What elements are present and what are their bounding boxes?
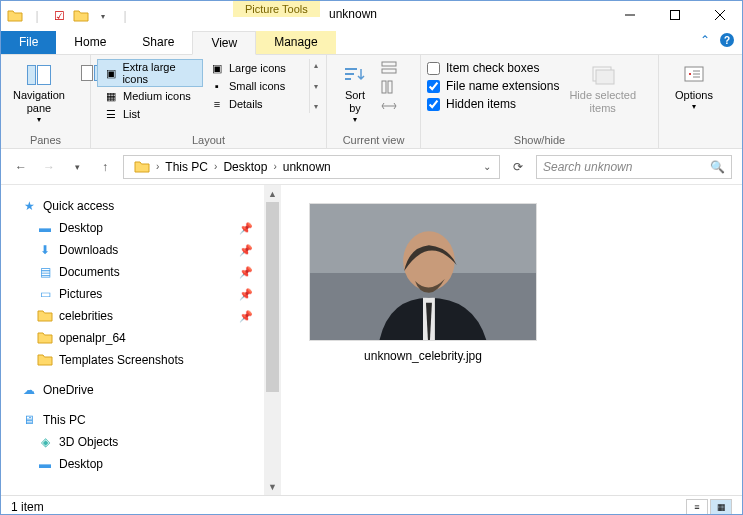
folder-icon — [37, 308, 53, 324]
pin-icon: 📌 — [239, 222, 253, 235]
folder-icon — [128, 159, 156, 175]
chevron-down-icon: ▾ — [353, 115, 357, 125]
up-button[interactable]: ↑ — [95, 157, 115, 177]
address-bar: ← → ▾ ↑ › This PC › Desktop › unknown ⌄ … — [1, 149, 742, 185]
checkbox[interactable] — [427, 80, 440, 93]
layout-details[interactable]: ≡Details — [203, 95, 309, 113]
tree-templates[interactable]: Templates Screenshots — [1, 349, 281, 371]
tree-onedrive[interactable]: ☁OneDrive — [1, 379, 281, 401]
maximize-button[interactable] — [652, 1, 697, 29]
checkbox[interactable] — [427, 98, 440, 111]
qa-newfolder-icon[interactable] — [73, 8, 89, 24]
layout-large[interactable]: ▣Large icons — [203, 59, 309, 77]
scroll-thumb[interactable] — [266, 202, 279, 392]
layout-medium[interactable]: ▦Medium icons — [97, 87, 203, 105]
file-name-extensions[interactable]: File name extensions — [427, 77, 559, 95]
chevron-down-icon: ▾ — [692, 102, 696, 112]
layout-small[interactable]: ▪Small icons — [203, 77, 309, 95]
pin-icon: 📌 — [239, 266, 253, 279]
scroll-up-icon[interactable]: ▲ — [264, 185, 281, 202]
medium-icons-icon: ▦ — [103, 88, 119, 104]
svg-rect-11 — [382, 62, 396, 66]
refresh-button[interactable]: ⟳ — [508, 157, 528, 177]
breadcrumb-box[interactable]: › This PC › Desktop › unknown ⌄ — [123, 155, 500, 179]
tab-file[interactable]: File — [1, 31, 56, 54]
forward-button: → — [39, 157, 59, 177]
ribbon-group-current-view: Current view — [333, 132, 414, 148]
navigation-pane-button[interactable]: Navigation pane ▾ — [7, 59, 71, 127]
sort-icon — [339, 61, 371, 89]
3d-icon: ◈ — [37, 434, 53, 450]
sidebar-scrollbar[interactable]: ▲ ▼ — [264, 185, 281, 495]
address-dropdown-icon[interactable]: ⌄ — [479, 161, 495, 172]
tree-celebrities[interactable]: celebrities📌 — [1, 305, 281, 327]
add-columns-icon[interactable] — [381, 80, 397, 97]
crumb-this-pc[interactable]: This PC — [159, 160, 214, 174]
star-icon: ★ — [21, 198, 37, 214]
ribbon: Navigation pane ▾ Panes ▣Extra large ico… — [1, 55, 742, 149]
status-bar: 1 item ≡ ▦ — [1, 495, 742, 515]
tree-quick-access[interactable]: ★Quick access — [1, 195, 281, 217]
scroll-down-icon[interactable]: ▼ — [264, 478, 281, 495]
svg-rect-5 — [37, 66, 50, 85]
tree-downloads[interactable]: ⬇Downloads📌 — [1, 239, 281, 261]
tree-documents[interactable]: ▤Documents📌 — [1, 261, 281, 283]
ribbon-group-layout: Layout — [97, 132, 320, 148]
details-icon: ≡ — [209, 96, 225, 112]
sort-by-button[interactable]: Sort by ▾ — [333, 59, 377, 127]
ribbon-tabs: File Home Share View Manage ⌃ ? — [1, 31, 742, 55]
layout-more-icon[interactable]: ▾ — [314, 102, 318, 111]
navigation-pane-icon — [23, 61, 55, 89]
svg-rect-13 — [382, 81, 386, 93]
layout-scroll-up-icon[interactable]: ▴ — [314, 61, 318, 70]
pin-icon: 📌 — [239, 288, 253, 301]
collapse-ribbon-icon[interactable]: ⌃ — [700, 33, 710, 47]
file-thumbnail — [309, 203, 537, 341]
layout-list[interactable]: ☰List — [97, 105, 203, 123]
tree-pictures[interactable]: ▭Pictures📌 — [1, 283, 281, 305]
tree-desktop2[interactable]: ▬Desktop — [1, 453, 281, 475]
layout-extra-large[interactable]: ▣Extra large icons — [97, 59, 203, 87]
pictures-icon: ▭ — [37, 286, 53, 302]
list-icon: ☰ — [103, 106, 119, 122]
search-icon[interactable]: 🔍 — [710, 160, 725, 174]
close-button[interactable] — [697, 1, 742, 29]
options-button[interactable]: Options ▾ — [669, 59, 719, 114]
hide-icon — [587, 61, 619, 89]
file-list[interactable]: unknown_celebrity.jpg — [281, 185, 742, 495]
tree-openalpr[interactable]: openalpr_64 — [1, 327, 281, 349]
size-columns-icon[interactable] — [381, 99, 397, 116]
folder-icon — [37, 330, 53, 346]
crumb-unknown[interactable]: unknown — [277, 160, 337, 174]
title-bar: | ☑ ▾ | Picture Tools unknown — [1, 1, 742, 31]
qa-properties-icon[interactable]: ☑ — [51, 8, 67, 24]
tab-view[interactable]: View — [192, 31, 256, 55]
qa-sep2: | — [117, 8, 133, 24]
help-icon[interactable]: ? — [720, 33, 734, 47]
tree-this-pc[interactable]: 🖥This PC — [1, 409, 281, 431]
tab-home[interactable]: Home — [56, 31, 124, 54]
tab-manage[interactable]: Manage — [256, 31, 335, 54]
checkbox[interactable] — [427, 62, 440, 75]
tab-share[interactable]: Share — [124, 31, 192, 54]
crumb-desktop[interactable]: Desktop — [217, 160, 273, 174]
qa-dropdown-icon[interactable]: ▾ — [95, 8, 111, 24]
pin-icon: 📌 — [239, 310, 253, 323]
svg-point-19 — [689, 73, 691, 75]
group-by-icon[interactable] — [381, 61, 397, 78]
details-view-toggle[interactable]: ≡ — [686, 499, 708, 515]
tree-3d-objects[interactable]: ◈3D Objects — [1, 431, 281, 453]
svg-rect-17 — [596, 70, 614, 84]
recent-locations-icon[interactable]: ▾ — [67, 157, 87, 177]
back-button[interactable]: ← — [11, 157, 31, 177]
search-input[interactable]: Search unknown 🔍 — [536, 155, 732, 179]
tree-desktop[interactable]: ▬Desktop📌 — [1, 217, 281, 239]
hidden-items[interactable]: Hidden items — [427, 95, 559, 113]
layout-scroll-down-icon[interactable]: ▾ — [314, 82, 318, 91]
desktop-icon: ▬ — [37, 220, 53, 236]
file-item[interactable]: unknown_celebrity.jpg — [309, 203, 537, 363]
item-check-boxes[interactable]: Item check boxes — [427, 59, 559, 77]
minimize-button[interactable] — [607, 1, 652, 29]
ribbon-group-show-hide: Show/hide — [427, 132, 652, 148]
thumbnails-view-toggle[interactable]: ▦ — [710, 499, 732, 515]
